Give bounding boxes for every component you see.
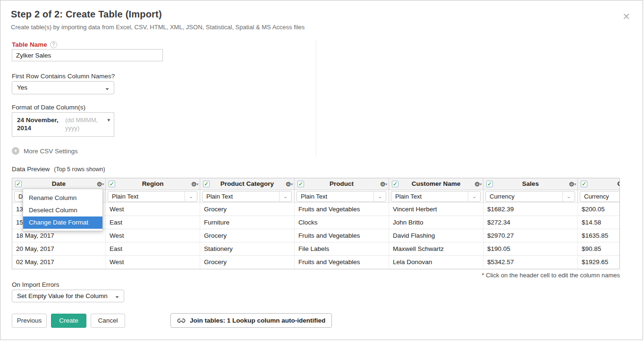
header-edit-footnote: * Click on the header cell to edit the c… — [12, 272, 620, 279]
more-csv-settings[interactable]: + More CSV Settings — [12, 147, 78, 155]
column-select-checkbox[interactable]: ✓ — [486, 181, 493, 187]
join-tables-label: Join tables: 1 Lookup column auto-identi… — [190, 317, 325, 324]
column-select-checkbox[interactable]: ✓ — [109, 181, 115, 187]
chevron-down-icon: ⌄ — [115, 290, 119, 302]
column-name-label[interactable]: Product Category — [220, 180, 274, 187]
plus-icon: + — [12, 147, 19, 155]
menu-item-rename-column[interactable]: Rename Column — [23, 192, 102, 204]
check-icon: ✓ — [393, 181, 398, 187]
page-subtitle: Create table(s) by importing data from E… — [11, 24, 305, 31]
chevron-down-icon: ⌄ — [562, 191, 575, 201]
table-cell: $90.85 — [578, 242, 620, 255]
column-settings-gear-icon[interactable]: ⚙▾ — [475, 178, 482, 190]
column-select-checkbox[interactable]: ✓ — [203, 181, 210, 187]
cancel-button[interactable]: Cancel — [91, 314, 125, 328]
chevron-down-icon: ⌄ — [185, 191, 197, 201]
table-cell: $1635.85 — [578, 229, 620, 242]
date-format-label: Format of Date Column(s) — [12, 104, 85, 111]
column-header-sales[interactable]: ✓Sales⚙▾ — [483, 178, 578, 190]
first-row-select[interactable]: Yes ⌄ — [12, 81, 114, 94]
date-format-select[interactable]: 24 November, 2014 (dd MMMM, yyyy) ▾ — [12, 112, 114, 137]
menu-item-change-date-format[interactable]: Change Date Format — [23, 216, 102, 229]
column-settings-gear-icon[interactable]: ⚙▾ — [286, 178, 293, 190]
table-cell: West — [106, 229, 200, 242]
column-select-checkbox[interactable]: ✓ — [581, 181, 587, 187]
table-cell: $2970.27 — [483, 229, 578, 242]
column-type-select[interactable]: Plain Text⌄ — [391, 191, 481, 202]
column-settings-gear-icon[interactable]: ⚙▾ — [191, 178, 198, 190]
menu-item-deselect-column[interactable]: Deselect Column — [23, 204, 102, 216]
column-header-region[interactable]: ✓Region⚙▾ — [106, 178, 200, 190]
caret-down-icon: ▾ — [480, 183, 482, 186]
chain-link-icon — [177, 318, 186, 324]
gear-glyph: ⚙ — [286, 181, 291, 188]
date-format-value: 24 November, 2014 — [17, 116, 64, 132]
column-name-label[interactable]: Sales — [522, 180, 539, 187]
column-name-label[interactable]: Product — [330, 180, 354, 187]
data-preview-table: ✓Date⚙▾✓Region⚙▾✓Product Category⚙▾✓Prod… — [12, 178, 620, 269]
previous-button[interactable]: Previous — [12, 314, 47, 328]
caret-down-icon: ▾ — [107, 117, 110, 123]
chevron-down-icon: ⌄ — [373, 191, 386, 201]
column-type-value: Plain Text — [395, 193, 422, 200]
data-preview-title: Data Preview — [12, 166, 50, 173]
column-name-label[interactable]: Cost — [618, 180, 620, 187]
table-row: 02 May, 2017WestGroceryFruits and Vegeta… — [12, 256, 619, 269]
column-type-cell: Currency⌄ — [578, 190, 620, 202]
column-settings-gear-icon[interactable]: ⚙▾ — [569, 178, 576, 190]
column-type-select[interactable]: Currency⌄ — [485, 191, 575, 202]
table-row: 18 May, 2017WestGroceryFruits and Vegeta… — [12, 229, 619, 242]
table-cell: Grocery — [200, 229, 295, 242]
column-type-select[interactable]: Plain Text⌄ — [202, 191, 292, 202]
table-cell: West — [106, 203, 200, 216]
column-select-checkbox[interactable]: ✓ — [15, 181, 22, 187]
check-icon: ✓ — [16, 181, 21, 187]
table-cell: 20 May, 2017 — [12, 242, 106, 255]
create-button[interactable]: Create — [51, 314, 86, 328]
table-name-label: Table Name ? — [12, 41, 57, 48]
column-header-cost[interactable]: ✓Cost⚙▾ — [578, 178, 620, 190]
column-type-select[interactable]: Plain Text⌄ — [297, 191, 386, 202]
chevron-down-icon: ⌄ — [105, 82, 110, 94]
column-header-date[interactable]: ✓Date⚙▾ — [12, 178, 106, 190]
table-cell: 18 May, 2017 — [12, 229, 106, 242]
table-cell: Fruits and Vegetables — [295, 229, 389, 242]
column-header-product-category[interactable]: ✓Product Category⚙▾ — [200, 178, 295, 190]
column-type-value: Currency — [490, 193, 515, 200]
column-select-checkbox[interactable]: ✓ — [392, 181, 398, 187]
column-name-label[interactable]: Region — [142, 180, 164, 187]
table-body: 13 May, 2017WestGroceryFruits and Vegeta… — [12, 203, 619, 269]
caret-down-icon: ▾ — [291, 183, 293, 186]
page-title: Step 2 of 2: Create Table (Import) — [11, 9, 162, 20]
column-header-product[interactable]: ✓Product⚙▾ — [295, 178, 389, 190]
table-row: 15 May, 2017EastFurnitureClocksJohn Brit… — [12, 216, 619, 229]
column-name-label[interactable]: Date — [52, 180, 66, 187]
table-cell: David Flashing — [389, 229, 483, 242]
column-type-row: Date⌄Plain Text⌄Plain Text⌄Plain Text⌄Pl… — [12, 190, 619, 203]
table-cell: Furniture — [200, 216, 295, 229]
table-cell: $14.58 — [578, 216, 620, 229]
column-type-select[interactable]: Currency⌄ — [580, 191, 620, 202]
data-preview-note: (Top 5 rows shown) — [54, 166, 105, 173]
join-tables-button[interactable]: Join tables: 1 Lookup column auto-identi… — [170, 313, 332, 328]
help-icon[interactable]: ? — [50, 41, 57, 48]
check-icon: ✓ — [204, 181, 209, 187]
chevron-down-icon: ⌄ — [468, 191, 480, 201]
on-import-errors-select[interactable]: Set Empty Value for the Column ⌄ — [12, 290, 124, 302]
column-header-customer-name[interactable]: ✓Customer Name⚙▾ — [389, 178, 483, 190]
close-icon[interactable]: ✕ — [622, 11, 630, 22]
more-csv-settings-label: More CSV Settings — [24, 148, 78, 155]
table-cell: Grocery — [200, 203, 295, 216]
table-cell: Vincent Herbert — [389, 203, 483, 216]
column-name-label[interactable]: Customer Name — [412, 180, 461, 187]
data-preview-heading: Data Preview (Top 5 rows shown) — [12, 166, 105, 173]
column-settings-gear-icon[interactable]: ⚙▾ — [380, 178, 387, 190]
column-context-menu: Rename ColumnDeselect ColumnChange Date … — [23, 189, 103, 231]
gear-glyph: ⚙ — [380, 181, 386, 188]
gear-glyph: ⚙ — [475, 181, 480, 188]
table-name-input[interactable] — [12, 49, 163, 61]
column-type-select[interactable]: Plain Text⌄ — [108, 191, 197, 202]
table-row: 13 May, 2017WestGroceryFruits and Vegeta… — [12, 203, 619, 216]
column-select-checkbox[interactable]: ✓ — [297, 181, 304, 187]
table-cell: East — [106, 216, 200, 229]
